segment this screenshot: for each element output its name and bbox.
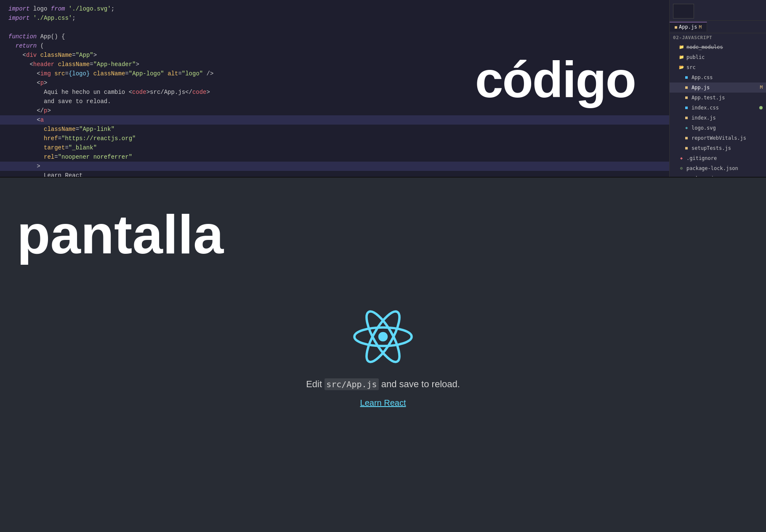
ft-icon: ■: [683, 114, 690, 121]
file-tree-top: [670, 2, 766, 21]
ft-item-app-css[interactable]: ■App.css: [670, 72, 766, 82]
file-tree-items: 📁node_modules📁public📂src■App.css■App.jsM…: [670, 42, 766, 177]
ft-item-name: reportWebVitals.js: [692, 134, 746, 142]
ft-item-name: package.json: [686, 174, 723, 177]
ft-item-logo-svg[interactable]: ✱logo.svg: [670, 123, 766, 133]
ft-item-name: setupTests.js: [692, 144, 731, 152]
react-edit-text: Edit src/App.js and save to reload.: [306, 379, 460, 390]
ft-icon: ⊙: [678, 175, 685, 177]
tab-label: App.js: [679, 24, 697, 30]
app-container: import logo from './logo.svg';import './…: [0, 0, 766, 532]
ft-icon: 📁: [678, 54, 685, 61]
ft-item-app-test-js[interactable]: ■App.test.js: [670, 93, 766, 103]
ft-icon: ■: [683, 74, 690, 81]
file-thumbnail: [673, 4, 694, 19]
code-line-13: <a: [0, 115, 669, 125]
code-line-16: target="_blank": [8, 143, 661, 152]
react-logo: [349, 303, 417, 370]
code-line-3: [8, 23, 661, 32]
ft-item-node-modules[interactable]: 📁node_modules: [670, 42, 766, 52]
ft-icon: ■: [683, 145, 690, 152]
code-line-18: >: [0, 162, 669, 171]
code-line-19: Learn React: [8, 171, 661, 177]
ft-modified-badge: M: [760, 83, 763, 92]
ft-item-name: node_modules: [686, 43, 723, 51]
overlay-pantalla: pantalla: [17, 203, 223, 266]
svg-point-3: [378, 332, 388, 341]
edit-suffix: and save to reload.: [379, 379, 460, 389]
overlay-codigo: código: [475, 51, 636, 109]
ft-item-package-json[interactable]: ⊙package.json: [670, 173, 766, 177]
ft-item-setuptests-js[interactable]: ■setupTests.js: [670, 143, 766, 153]
ft-item-name: logo.svg: [692, 124, 716, 132]
ft-item-name: public: [686, 53, 705, 61]
tab-bar: ■ App.js M: [670, 21, 766, 33]
tab-app-js[interactable]: ■ App.js M: [670, 22, 707, 32]
ft-item-name: App.test.js: [692, 93, 725, 102]
ft-icon: 📂: [678, 64, 685, 71]
ft-item-index-css[interactable]: ■index.css: [670, 103, 766, 113]
ft-item-public[interactable]: 📁public: [670, 52, 766, 62]
code-line-17: rel="noopener noreferrer": [8, 152, 661, 162]
ft-item-package-lock-json[interactable]: ⊙package-lock.json: [670, 163, 766, 173]
ft-icon: ■: [683, 104, 690, 111]
tab-icon: ■: [675, 25, 677, 29]
code-editor: import logo from './logo.svg';import './…: [0, 0, 669, 177]
tab-modified: M: [699, 24, 702, 30]
ft-item-name: App.js: [692, 83, 710, 92]
code-line-14: className="App-link": [8, 125, 661, 134]
ft-item-app-js[interactable]: ■App.jsM: [670, 82, 766, 93]
edit-code: src/App.js: [324, 378, 378, 390]
ft-item-reportwebvitals-js[interactable]: ■reportWebVitals.js: [670, 133, 766, 143]
ft-icon: 📁: [678, 44, 685, 51]
ft-item-index-js[interactable]: ■index.js: [670, 113, 766, 123]
ft-item-name: index.css: [692, 104, 719, 112]
ft-item--gitignore[interactable]: ◆.gitignore: [670, 153, 766, 163]
edit-prefix: Edit: [306, 379, 324, 389]
ft-icon: ■: [683, 84, 690, 91]
ft-dot-indicator: [759, 106, 763, 109]
learn-react-link[interactable]: Learn React: [360, 398, 406, 408]
ft-item-name: src: [686, 63, 696, 72]
code-line-1: import logo from './logo.svg';: [8, 4, 661, 13]
code-line-4: function App() {: [8, 32, 661, 41]
ft-icon: ✱: [683, 125, 690, 131]
code-line-5: return (: [8, 41, 661, 51]
code-line-2: import './App.css';: [8, 13, 661, 23]
ft-icon: ■: [683, 135, 690, 141]
ft-item-name: package-lock.json: [686, 164, 738, 173]
ft-icon: ⊙: [678, 165, 685, 172]
ft-item-name: .gitignore: [686, 154, 717, 162]
section-label: 02-JAVASCRIPT: [670, 33, 766, 42]
file-tree: ■ App.js M 02-JAVASCRIPT 📁node_modules📁p…: [669, 0, 766, 177]
ft-icon: ◆: [678, 155, 685, 162]
top-section: import logo from './logo.svg';import './…: [0, 0, 766, 177]
bottom-section: pantalla Edit src/App.js and save to rel…: [0, 178, 766, 532]
ft-item-name: index.js: [692, 114, 716, 122]
code-line-15: href="https://reactjs.org": [8, 134, 661, 143]
ft-icon: ■: [683, 94, 690, 101]
ft-item-src[interactable]: 📂src: [670, 62, 766, 72]
ft-item-name: App.css: [692, 73, 713, 82]
